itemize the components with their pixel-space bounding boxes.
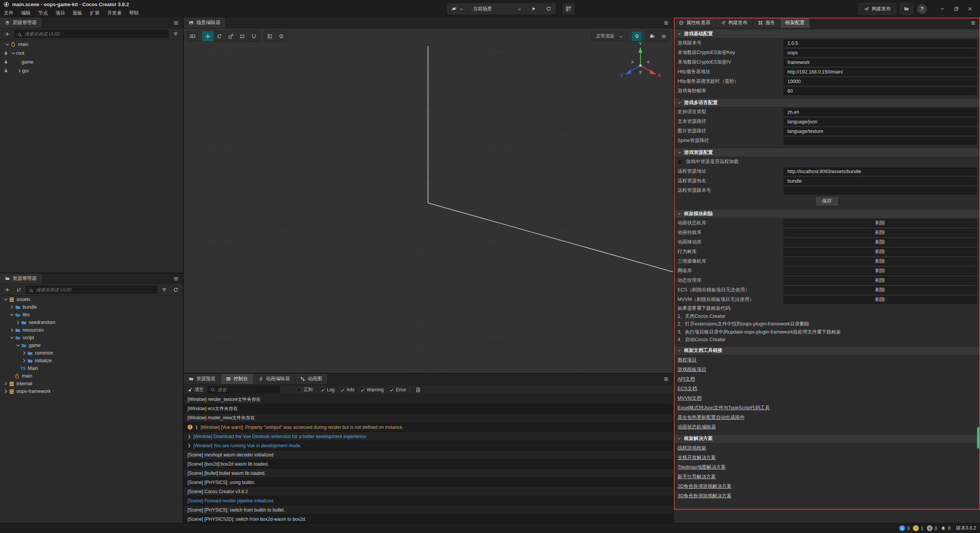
tab-inspector-1[interactable]: 属性检查器 <box>674 18 716 28</box>
assets-panel-menu-button[interactable] <box>169 273 183 284</box>
chevron-down-icon[interactable] <box>9 312 15 317</box>
asset-node-initialize[interactable]: initialize <box>0 357 183 365</box>
close-button[interactable] <box>963 3 977 15</box>
doc-link[interactable]: 2D角色扮演游戏解决方案 <box>678 483 732 490</box>
preview-target-button[interactable] <box>447 3 468 15</box>
filter-warning-checkbox[interactable]: Warning <box>360 387 384 392</box>
chevron-right-icon[interactable] <box>15 320 21 325</box>
tab-inspector-4[interactable]: 框架配置 <box>781 18 810 28</box>
chevron-down-icon[interactable] <box>5 42 10 47</box>
scene-light-toggle[interactable] <box>631 31 642 41</box>
restore-button[interactable] <box>949 3 963 15</box>
field-input[interactable]: 1.0.5 <box>784 39 977 47</box>
log-row[interactable]: [Scene] [box2d]:box2d wasm lib loaded. <box>184 459 673 469</box>
field-input[interactable]: language/texture <box>784 128 977 135</box>
rect-tool-button[interactable] <box>237 31 248 41</box>
asset-node-game[interactable]: game <box>0 342 183 349</box>
help-button[interactable]: ? <box>917 4 927 14</box>
hierarchy-node-game[interactable]: game <box>0 57 183 66</box>
tab-console-1[interactable]: 资源预览 <box>184 374 221 384</box>
log-row[interactable]: ❯[Window] Download the Vue Devtools exte… <box>184 432 673 441</box>
scene-viewport[interactable]: YXZ <box>184 28 673 373</box>
doc-link[interactable]: 3D角色扮演游戏解决方案 <box>678 493 732 499</box>
asset-node-main[interactable]: main <box>0 372 183 380</box>
filter-error-checkbox[interactable]: Error <box>389 387 406 392</box>
create-node-button[interactable] <box>3 30 12 38</box>
asset-node-common[interactable]: common <box>0 349 183 357</box>
reload-button[interactable] <box>541 3 556 15</box>
tab-hierarchy[interactable]: 层级管理器 <box>0 18 42 28</box>
tab-console-3[interactable]: 动画编辑器 <box>253 374 296 384</box>
remote-load-checkbox[interactable] <box>678 159 683 165</box>
log-row[interactable]: ❯[Window] You are running Vue in develop… <box>184 441 673 450</box>
log-row[interactable]: [Scene] [bullet]:bullet wasm lib loaded. <box>184 469 673 478</box>
inspector-panel-menu-button[interactable] <box>966 18 980 28</box>
move-tool-button[interactable] <box>202 31 214 41</box>
field-input[interactable] <box>784 187 977 195</box>
field-input[interactable]: framework <box>784 59 977 66</box>
scene-select-dropdown[interactable]: 当前场景 <box>468 3 526 15</box>
chevron-right-icon[interactable] <box>9 327 15 333</box>
field-input[interactable]: language/json <box>784 118 977 126</box>
log-row[interactable]: [Scene] Cocos Creator v3.8.2 <box>184 487 673 496</box>
remove-module-button[interactable]: 剔除 <box>784 239 977 246</box>
menu-item-3[interactable]: 节点 <box>34 9 52 18</box>
open-project-folder-button[interactable] <box>900 3 913 15</box>
assets-searchbox[interactable] <box>26 286 157 294</box>
remove-module-button[interactable]: 剔除 <box>784 219 977 227</box>
status-info[interactable]: i3 <box>899 525 910 531</box>
remove-module-button[interactable]: 剔除 <box>784 296 977 304</box>
status-bell[interactable]: 0 <box>941 526 951 531</box>
console-panel-menu-button[interactable] <box>659 374 673 384</box>
doc-link[interactable]: 教程项目 <box>678 357 697 363</box>
doc-link[interactable]: Excel格式转Json文件与TypeScript代码工具 <box>678 405 770 411</box>
doc-link[interactable]: 新手引导解决方案 <box>678 474 716 480</box>
log-expander-icon[interactable]: ❯ <box>188 434 191 438</box>
section-header[interactable]: 框架解决方案 <box>674 434 980 443</box>
scene-settings-button[interactable] <box>658 31 670 41</box>
doc-link[interactable]: API文档 <box>678 376 695 383</box>
menu-item-8[interactable]: 帮助 <box>126 9 143 18</box>
status-error[interactable]: ×0 <box>927 525 937 531</box>
assets-search-input[interactable] <box>36 287 154 293</box>
chevron-down-icon[interactable] <box>9 335 15 340</box>
chevron-down-icon[interactable] <box>15 343 21 348</box>
menu-item-1[interactable]: 文件 <box>0 9 17 18</box>
log-expander-icon[interactable]: ❯ <box>195 425 198 429</box>
assets-sort-button[interactable] <box>14 286 23 294</box>
log-row[interactable]: [Scene] [PHYSICS2D]: switch from box2d-w… <box>184 515 673 523</box>
asset-node-Main[interactable]: TSMain <box>0 365 183 372</box>
chevron-right-icon[interactable] <box>21 350 27 356</box>
asset-node-bundle[interactable]: bundle <box>0 303 183 311</box>
build-publish-button[interactable]: 构建发布 <box>859 3 896 15</box>
tab-assets[interactable]: 资源管理器 <box>0 273 42 284</box>
field-input[interactable]: zh,en <box>784 108 977 116</box>
menu-item-2[interactable]: 编辑 <box>17 9 34 18</box>
regex-checkbox[interactable]: 正则 <box>297 386 313 393</box>
chevron-right-icon[interactable] <box>3 381 8 386</box>
chevron-right-icon[interactable] <box>3 389 8 394</box>
hierarchy-panel-menu-button[interactable] <box>169 18 183 28</box>
field-input[interactable]: oops <box>784 49 977 57</box>
menu-item-6[interactable]: 扩展 <box>86 9 103 18</box>
toggle-3d-button[interactable]: 3D <box>187 31 198 41</box>
remove-module-button[interactable]: 剔除 <box>784 248 977 256</box>
console-log-file-button[interactable] <box>413 386 423 394</box>
field-input[interactable] <box>784 137 977 145</box>
assets-filter-button[interactable] <box>160 286 169 294</box>
scene-3d-view[interactable]: YXZ <box>184 28 673 373</box>
hierarchy-node-main[interactable]: main <box>0 40 183 49</box>
assets-refresh-button[interactable] <box>171 286 180 294</box>
log-row[interactable]: [Scene] [PHYSICS]: using builtin. <box>184 478 673 487</box>
doc-link[interactable]: 游戏模板项目 <box>678 366 706 373</box>
log-expander-icon[interactable]: ❯ <box>188 443 191 448</box>
menu-item-7[interactable]: 开发者 <box>103 9 126 18</box>
filter-info-checkbox[interactable]: Info <box>340 387 354 392</box>
doc-link[interactable]: 动画状态机编辑器 <box>678 424 716 430</box>
chevron-right-icon[interactable] <box>21 358 27 363</box>
section-header[interactable]: 框架模块剔除 <box>674 209 980 218</box>
pivot-mode-button[interactable] <box>264 31 276 41</box>
status-warn[interactable]: !1 <box>913 525 923 531</box>
minimize-button[interactable] <box>936 3 949 15</box>
menu-item-4[interactable]: 项目 <box>52 9 69 18</box>
